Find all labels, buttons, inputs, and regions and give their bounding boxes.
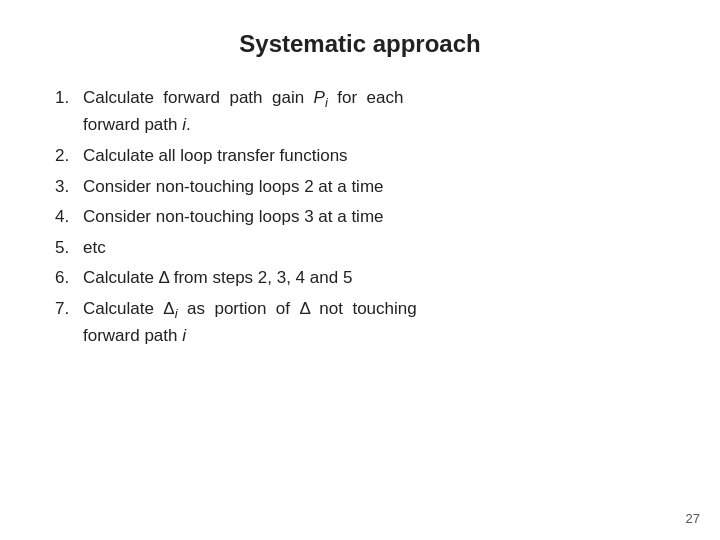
item-text-5: etc xyxy=(83,236,665,261)
item-number-7: 7. xyxy=(55,297,83,322)
content-list: 1. Calculate forward path gain Pi for ea… xyxy=(55,86,665,349)
list-item: 4. Consider non-touching loops 3 at a ti… xyxy=(55,205,665,230)
page-number: 27 xyxy=(686,511,700,526)
slide-container: Systematic approach 1. Calculate forward… xyxy=(0,0,720,540)
item-number-3: 3. xyxy=(55,175,83,200)
item-text-3: Consider non-touching loops 2 at a time xyxy=(83,175,665,200)
item-number-1: 1. xyxy=(55,86,83,111)
list-item: 6. Calculate Δ from steps 2, 3, 4 and 5 xyxy=(55,266,665,291)
item-text-1: Calculate forward path gain Pi for each … xyxy=(83,86,665,138)
item-text-4: Consider non-touching loops 3 at a time xyxy=(83,205,665,230)
item-number-6: 6. xyxy=(55,266,83,291)
list-item: 1. Calculate forward path gain Pi for ea… xyxy=(55,86,665,138)
list-item: 7. Calculate Δi as portion of Δ not touc… xyxy=(55,297,665,349)
item-number-5: 5. xyxy=(55,236,83,261)
item-text-7: Calculate Δi as portion of Δ not touchin… xyxy=(83,297,665,349)
slide-title: Systematic approach xyxy=(55,30,665,58)
item-number-2: 2. xyxy=(55,144,83,169)
item-text-6: Calculate Δ from steps 2, 3, 4 and 5 xyxy=(83,266,665,291)
item-text-2: Calculate all loop transfer functions xyxy=(83,144,665,169)
item-number-4: 4. xyxy=(55,205,83,230)
list-item: 5. etc xyxy=(55,236,665,261)
list-item: 3. Consider non-touching loops 2 at a ti… xyxy=(55,175,665,200)
list-item: 2. Calculate all loop transfer functions xyxy=(55,144,665,169)
